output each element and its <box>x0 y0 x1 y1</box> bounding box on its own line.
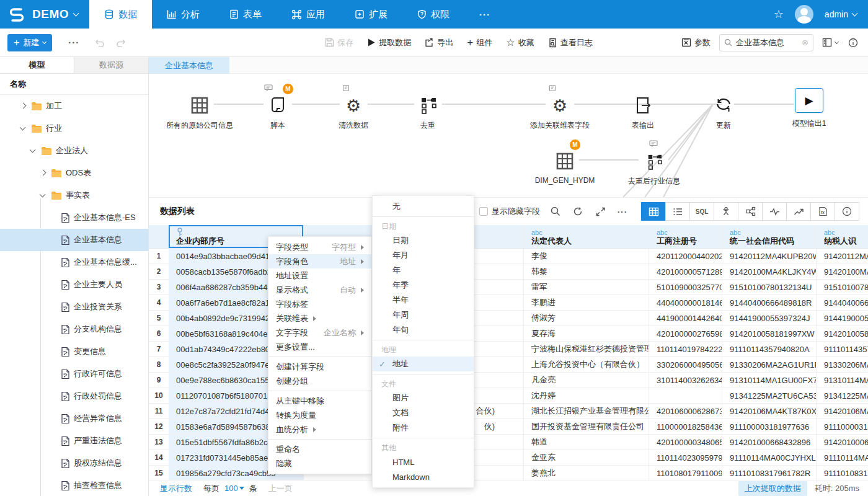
cell-credit-code[interactable]: 91510100780132134U <box>722 280 817 295</box>
params-button[interactable]: 参数 <box>681 37 711 48</box>
document-tab[interactable]: 企业基本信息 <box>149 57 229 74</box>
flow-node-dedup[interactable]: 去重 <box>388 92 468 131</box>
trend-button[interactable] <box>786 202 811 221</box>
flow-node-source-table[interactable]: 所有的原始公司信息 <box>159 92 240 131</box>
column-header-taxpayer-id[interactable]: abc 纳税人识 <box>817 225 868 249</box>
chevron-icon[interactable] <box>19 124 27 133</box>
cell-reg-no[interactable]: 510109000325770 <box>649 280 722 295</box>
cell-taxpayer-id[interactable]: 91110114357940820A <box>817 342 868 357</box>
tree-item[interactable]: 行政许可信息 <box>0 363 148 385</box>
submenu-item[interactable]: 年周 <box>373 308 474 322</box>
flow-node-clean[interactable]: ⚙ 清洗数据 <box>313 92 394 131</box>
redo-icon[interactable] <box>116 38 126 47</box>
cell-reg-no[interactable]: 110114019784222 <box>649 342 722 357</box>
tree-item[interactable]: 企业基本信息-ES <box>0 206 148 229</box>
cell-credit-code[interactable]: 91440400666489818R <box>722 295 817 311</box>
submenu-item[interactable]: 半年 <box>373 293 474 308</box>
checkbox-icon[interactable] <box>479 207 488 216</box>
context-menu-item[interactable]: 转换为度量 <box>268 408 371 422</box>
tree-item[interactable]: 企业基本信息缓... <box>0 251 148 273</box>
tree-item[interactable]: 加工 <box>0 95 148 117</box>
cell-legal-rep[interactable]: 宁波梅山保税港红杉荟德投资管理合伙企 <box>524 342 649 357</box>
table-row[interactable]: 13 015e51dbf5567fdfa86b2c43 韩道 420100000… <box>149 435 868 450</box>
table-row[interactable]: 4 00a6f7a6eb7d1ae8cf82a1c2 李鹏进 440400000… <box>149 295 868 311</box>
cell-reg-no[interactable]: 420112000440202 <box>649 249 722 264</box>
prev-page-button[interactable]: 上一页 <box>268 483 293 494</box>
cell-credit-code[interactable]: 91420112MA4KUPB20W <box>722 249 817 264</box>
cell-reg-no[interactable]: 110000018258436 <box>649 419 722 435</box>
table-info-button[interactable] <box>835 202 859 221</box>
table-row[interactable]: 3 006f4aa686287cb359b449c 雷军 51010900032… <box>149 280 868 295</box>
favorite-button[interactable]: ☆ 收藏 <box>506 37 534 48</box>
cell-reg-no[interactable]: 330206000495056 <box>649 357 722 373</box>
component-button[interactable]: + 组件 <box>467 37 492 48</box>
context-menu-item[interactable]: 重命名 <box>268 442 371 456</box>
context-menu-item[interactable]: 关联维表 <box>268 311 371 326</box>
cell-reg-no[interactable]: 420100000348065 <box>649 435 722 450</box>
per-page-select[interactable]: 100 <box>224 484 244 493</box>
pulse-button[interactable] <box>762 202 787 221</box>
more-actions-icon[interactable]: ··· <box>68 37 79 48</box>
table-row[interactable]: 15 019856a279cfd73ca49cb55 姜燕北 110108017… <box>149 466 868 481</box>
cell-legal-rep[interactable]: 李俊 <box>524 249 649 264</box>
cell-legal-rep[interactable]: 凡金亮 <box>524 373 649 388</box>
cell-reg-no[interactable]: 110114023095979 <box>649 450 722 466</box>
cell-credit-code[interactable]: 91110114357940820A <box>722 342 817 357</box>
cell-credit-code[interactable]: 9142010058181997XW <box>722 326 817 342</box>
cell-legal-rep[interactable]: 韩黎 <box>524 264 649 280</box>
table-row[interactable]: 7 00d1ab74349c47222eb808 宁波梅山保税港红杉荟德投资管理… <box>149 342 868 357</box>
expand-icon[interactable] <box>593 205 607 218</box>
submenu-item[interactable]: 日期 <box>373 233 474 248</box>
chevron-icon[interactable] <box>19 102 27 110</box>
submenu-item[interactable]: 年月 <box>373 248 474 263</box>
cell-legal-rep[interactable]: 湖北长江招银产业基金管理有限公司 <box>524 404 649 419</box>
submenu-item[interactable]: 年旬 <box>373 322 474 337</box>
cell-taxpayer-id[interactable]: 91110114MA00CJYHXL <box>817 450 868 466</box>
table-row[interactable]: 6 00be5bf63168a819c404eb2 夏存海 4201000002… <box>149 326 868 342</box>
more-tools-icon[interactable]: ··· <box>616 205 629 218</box>
cell-legal-rep[interactable]: 姜燕北 <box>524 466 649 481</box>
context-menu-item[interactable]: 字段标签 <box>268 297 371 311</box>
extract-data-button[interactable]: 提取数据 <box>367 37 411 48</box>
cell-reg-no[interactable]: 420106000628673 <box>649 404 722 419</box>
tree-item[interactable]: 严重违法信息 <box>0 430 148 452</box>
cell-credit-code[interactable]: 91341225MA2TU6CA53 <box>722 388 817 404</box>
tree-item[interactable]: 股权冻结信息 <box>0 452 148 474</box>
flow-node-add-dim-fields[interactable]: ⚙ 添加关联维表字段 <box>520 92 600 131</box>
cell-legal-rep[interactable]: 李鹏进 <box>524 295 649 311</box>
cell-legal-rep[interactable]: 韩道 <box>524 435 649 450</box>
cell-legal-rep[interactable]: 金亚东 <box>524 450 649 466</box>
cell-reg-no[interactable]: 310114003262634 <box>649 373 722 388</box>
flow-node-update[interactable]: 更新 <box>683 92 764 131</box>
search-input[interactable]: 企业基本信息 ⊗ <box>719 34 813 51</box>
cell-credit-code[interactable]: 91441900055397324J <box>722 311 817 326</box>
tree-item[interactable]: 企业法人 <box>0 140 148 162</box>
table-row[interactable]: 10 01120701087b6f518070134 沈丹婷 91341225M… <box>149 388 868 404</box>
relation-graph-button[interactable] <box>738 202 763 221</box>
show-row-count-link[interactable]: 显示行数 <box>160 483 192 494</box>
cell-taxpayer-id[interactable]: 91330206MA2AG1UR1P <box>817 357 868 373</box>
cell-credit-code[interactable]: 91330206MA2AG1UR1P <box>722 357 817 373</box>
tree-item[interactable]: 行政处罚信息 <box>0 385 148 407</box>
flow-node-script[interactable]: M 脚本 <box>237 92 318 131</box>
cell-reg-no[interactable]: 440400000018146 <box>649 295 722 311</box>
column-header-reg-no[interactable]: abc 工商注册号 <box>649 225 722 249</box>
cell-reg-no[interactable]: 441900001442640 <box>649 311 722 326</box>
context-menu-item[interactable]: 字段类型 字符型 <box>268 240 371 254</box>
user-menu[interactable]: admin <box>825 9 857 19</box>
refresh-table-icon[interactable] <box>571 205 585 218</box>
tree-item[interactable]: 变更信息 <box>0 340 148 363</box>
table-row[interactable]: 8 00e8c5c2fa39252a0f947e62 上海允谷投资中心（有限合伙… <box>149 357 868 373</box>
view-log-button[interactable]: 查看日志 <box>548 37 593 48</box>
flow-node-table-output[interactable]: 表输出 <box>603 92 683 131</box>
cell-taxpayer-id[interactable]: 91510100780132134U <box>817 280 868 295</box>
cell-credit-code[interactable]: 91310114MA1GU00FX7 <box>722 373 817 388</box>
chevron-icon[interactable] <box>38 191 47 200</box>
nav-tab-apps[interactable]: 应用 <box>277 0 340 29</box>
formula-doc-button[interactable]: fx <box>810 202 835 221</box>
table-row[interactable]: 1 0014e9a03bbacbae09d41ac 李俊 42011200044… <box>149 249 868 264</box>
favorite-star-icon[interactable]: ☆ <box>774 9 784 20</box>
context-menu-item[interactable]: 创建分组 <box>268 374 371 388</box>
submenu-item[interactable]: 附件 <box>373 420 474 435</box>
cell-taxpayer-id[interactable]: 91341225MA2TU6CA53 <box>817 388 868 404</box>
